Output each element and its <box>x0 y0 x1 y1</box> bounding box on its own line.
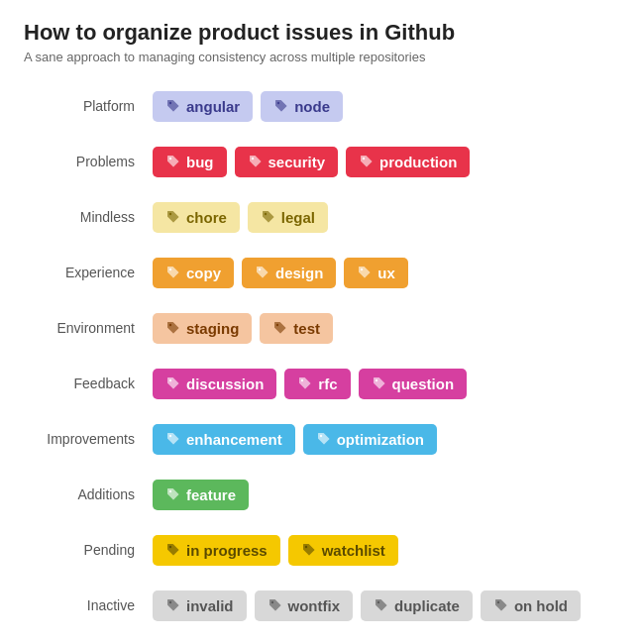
svg-point-2 <box>169 158 171 160</box>
tag-text: security <box>268 154 326 170</box>
svg-point-8 <box>259 268 261 270</box>
tag-text: design <box>275 265 323 281</box>
tag-label-icon <box>273 98 289 114</box>
svg-point-5 <box>169 213 171 215</box>
row-label-0: Platform <box>24 98 153 114</box>
tag-test[interactable]: test <box>260 313 333 344</box>
row-environment: Environment staging test <box>24 306 620 350</box>
tag-label-icon <box>165 265 181 280</box>
row-label-3: Experience <box>24 265 153 280</box>
tag-label-icon <box>165 597 181 613</box>
tag-text: test <box>293 320 320 337</box>
row-label-5: Feedback <box>24 376 153 391</box>
tag-optimization[interactable]: optimization <box>303 424 437 455</box>
svg-point-14 <box>375 379 376 381</box>
tag-label-icon <box>297 376 313 391</box>
tag-production[interactable]: production <box>346 147 470 177</box>
tags-9: invalid wontfix duplicate on hold <box>153 590 581 621</box>
svg-point-6 <box>265 213 267 215</box>
tag-label-icon <box>374 597 389 613</box>
tag-node[interactable]: node <box>261 91 343 122</box>
tag-invalid[interactable]: invalid <box>153 590 247 621</box>
svg-point-17 <box>169 490 171 492</box>
tag-text: production <box>379 154 457 170</box>
tag-text: enhancement <box>186 431 282 448</box>
tag-label-icon <box>165 376 181 391</box>
tag-wontfix[interactable]: wontfix <box>255 590 354 621</box>
tag-text: on hold <box>514 597 568 614</box>
tag-security[interactable]: security <box>235 147 339 177</box>
tag-rfc[interactable]: rfc <box>284 369 350 399</box>
tag-chore[interactable]: chore <box>153 202 240 233</box>
svg-point-10 <box>169 324 171 326</box>
tag-label-icon <box>255 265 270 280</box>
tag-discussion[interactable]: discussion <box>153 369 276 399</box>
tag-text: rfc <box>318 376 337 392</box>
svg-point-1 <box>277 102 279 104</box>
tag-label-icon <box>165 431 181 447</box>
svg-point-0 <box>169 102 171 104</box>
svg-point-12 <box>169 379 171 381</box>
tag-label-icon <box>493 597 509 613</box>
tags-1: bug security production <box>153 147 470 177</box>
row-label-2: Mindless <box>24 209 153 225</box>
svg-point-20 <box>169 601 171 603</box>
tag-watchlist[interactable]: watchlist <box>288 535 398 566</box>
tag-text: feature <box>186 486 236 503</box>
tag-on-hold[interactable]: on hold <box>481 590 581 621</box>
svg-point-4 <box>363 158 365 160</box>
row-label-7: Additions <box>24 486 153 502</box>
tags-6: enhancement optimization <box>153 424 437 455</box>
tag-text: question <box>392 376 455 392</box>
tag-duplicate[interactable]: duplicate <box>361 590 473 621</box>
tag-text: watchlist <box>322 542 385 559</box>
row-experience: Experience copy design ux <box>24 251 620 294</box>
page-title: How to organize product issues in Github <box>24 20 620 46</box>
row-feedback: Feedback discussion rfc question <box>24 362 620 405</box>
row-improvements: Improvements enhancement optimization <box>24 417 620 461</box>
tag-label-icon <box>248 154 264 169</box>
tag-text: optimization <box>337 431 424 448</box>
row-inactive: Inactive invalid wontfix duplicate on ho… <box>24 584 620 627</box>
tag-text: node <box>294 98 330 115</box>
tag-feature[interactable]: feature <box>153 480 249 510</box>
svg-point-21 <box>270 601 272 603</box>
svg-point-18 <box>169 546 171 548</box>
row-additions: Additions feature <box>24 473 620 516</box>
tag-label-icon <box>165 98 181 114</box>
tag-label-icon <box>316 431 332 447</box>
tag-enhancement[interactable]: enhancement <box>153 424 295 455</box>
tag-text: chore <box>186 209 227 226</box>
svg-point-9 <box>361 268 363 270</box>
tag-label-icon <box>301 542 317 558</box>
row-mindless: Mindless chore legal <box>24 195 620 239</box>
svg-point-13 <box>301 379 303 381</box>
tag-design[interactable]: design <box>242 258 336 288</box>
tag-bug[interactable]: bug <box>153 147 227 177</box>
rows-container: Platform angular nodeProblems bug securi… <box>24 84 620 627</box>
tag-label-icon <box>261 209 276 225</box>
row-platform: Platform angular node <box>24 84 620 128</box>
tag-in-progress[interactable]: in progress <box>153 535 280 566</box>
tags-5: discussion rfc question <box>153 369 467 399</box>
tag-text: staging <box>186 320 239 337</box>
tag-legal[interactable]: legal <box>248 202 328 233</box>
svg-point-23 <box>497 601 499 603</box>
svg-point-3 <box>251 158 253 160</box>
tag-ux[interactable]: ux <box>344 258 408 288</box>
tags-4: staging test <box>153 313 333 344</box>
tag-angular[interactable]: angular <box>153 91 253 122</box>
row-label-6: Improvements <box>24 431 153 447</box>
tag-label-icon <box>165 154 181 169</box>
tags-7: feature <box>153 480 249 510</box>
tag-question[interactable]: question <box>359 369 468 399</box>
tag-text: in progress <box>186 542 268 559</box>
tag-staging[interactable]: staging <box>153 313 252 344</box>
row-label-8: Pending <box>24 542 153 558</box>
tags-0: angular node <box>153 91 343 122</box>
svg-point-15 <box>169 435 171 437</box>
tags-8: in progress watchlist <box>153 535 398 566</box>
svg-point-19 <box>304 546 306 548</box>
tag-text: ux <box>377 265 395 281</box>
tag-copy[interactable]: copy <box>153 258 234 288</box>
